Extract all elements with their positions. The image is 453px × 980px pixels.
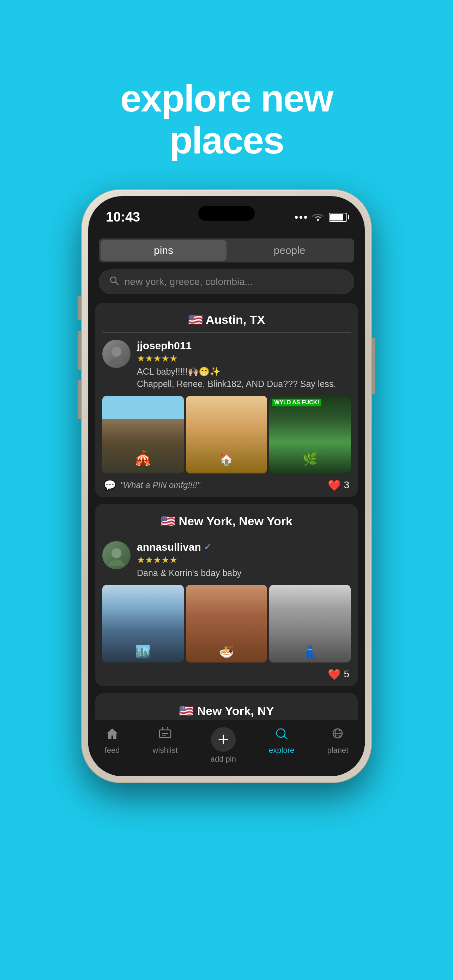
explore-icon — [275, 727, 289, 743]
photo-ny-3 — [269, 585, 351, 662]
comment-row-austin: 💬 "What a PIN omfg!!!!" — [104, 479, 200, 491]
side-button-vol-up — [78, 331, 82, 370]
search-icon — [109, 275, 119, 288]
dynamic-island — [198, 206, 255, 221]
phone-screen: 10:43 — [88, 196, 365, 776]
nav-explore-label: explore — [269, 746, 294, 755]
avatar-ny — [102, 541, 130, 570]
svg-point-3 — [109, 358, 124, 364]
nav-feed-label: feed — [105, 746, 120, 755]
nav-add-pin-label: add pin — [211, 754, 236, 764]
side-button-vol-down — [78, 380, 82, 419]
photo-grid-austin: WYLD AS FUCK! — [95, 396, 358, 473]
svg-line-12 — [284, 736, 287, 739]
card-newyork-footer: ❤️ 5 — [95, 662, 358, 681]
headline-line1: explore new — [120, 77, 333, 119]
svg-point-5 — [109, 560, 124, 566]
nav-explore[interactable]: explore — [269, 727, 294, 755]
stars-ny: ★★★★★ — [137, 555, 351, 565]
photo-ny-2 — [186, 585, 267, 662]
feed-scroll[interactable]: 🇺🇸 Austin, TX — [88, 303, 365, 735]
card-austin-footer: 💬 "What a PIN omfg!!!!" ❤️ 3 — [95, 473, 358, 492]
user-info-ny: annasullivan ✓ ★★★★★ Dana & Korrin's bda… — [137, 541, 351, 579]
caption-austin-2: Chappell, Renee, Blink182, AND Dua??? Sa… — [137, 378, 351, 390]
battery-icon — [329, 213, 347, 222]
photo-label: WYLD AS FUCK! — [272, 399, 321, 406]
nav-planet[interactable]: planet — [327, 727, 348, 755]
home-icon — [105, 727, 119, 743]
comment-bubble-icon: 💬 — [104, 479, 116, 491]
like-row-ny[interactable]: ❤️ 5 — [328, 668, 349, 681]
svg-point-4 — [111, 548, 121, 558]
card-newyork-user-row: annasullivan ✓ ★★★★★ Dana & Korrin's bda… — [95, 541, 358, 585]
card-austin-user-row: jjoseph011 ★★★★★ ACL baby!!!!!🙌🏼😁✨ Chapp… — [95, 340, 358, 396]
nav-add-pin[interactable]: add pin — [211, 727, 236, 764]
heart-icon-austin: ❤️ — [328, 479, 341, 492]
headline-line2: places — [169, 119, 284, 162]
search-bar[interactable]: new york, greece, colombia... — [99, 269, 354, 294]
caption-austin-1: ACL baby!!!!!🙌🏼😁✨ — [137, 366, 351, 378]
tabs-container: pins people — [99, 239, 354, 262]
nav-wishlist[interactable]: wishlist — [153, 727, 178, 755]
tab-pins[interactable]: pins — [100, 240, 227, 261]
card-divider-ny — [102, 534, 351, 534]
verified-badge: ✓ — [204, 542, 211, 552]
add-pin-button[interactable] — [211, 727, 236, 752]
app-content: pins people new york, greece, colombia. — [88, 231, 365, 776]
nav-wishlist-label: wishlist — [153, 746, 178, 755]
username-ny: annasullivan ✓ — [137, 541, 351, 553]
user-info-austin: jjoseph011 ★★★★★ ACL baby!!!!!🙌🏼😁✨ Chapp… — [137, 340, 351, 390]
heart-icon-ny: ❤️ — [328, 668, 341, 681]
wishlist-icon — [158, 727, 172, 743]
status-time: 10:43 — [106, 210, 140, 225]
stars-austin: ★★★★★ — [137, 353, 351, 364]
card-newyork: 🇺🇸 New York, New York — [95, 504, 358, 686]
side-button-power — [371, 338, 375, 395]
photo-austin-3: WYLD AS FUCK! — [269, 396, 351, 473]
side-button-mute — [78, 296, 82, 320]
signal-icon — [295, 216, 307, 219]
like-row-austin[interactable]: ❤️ 3 — [328, 479, 349, 492]
card-austin: 🇺🇸 Austin, TX — [95, 303, 358, 497]
headline: explore new places — [120, 39, 333, 162]
photo-ny-1 — [102, 585, 184, 662]
phone-shell: 10:43 — [82, 190, 371, 783]
planet-icon — [331, 727, 345, 743]
nav-feed[interactable]: feed — [105, 727, 120, 755]
card-austin-location: 🇺🇸 Austin, TX — [95, 303, 358, 332]
photo-austin-1 — [102, 396, 184, 473]
tab-people[interactable]: people — [227, 240, 353, 261]
avatar-austin — [102, 340, 130, 368]
phone-mockup: 10:43 — [82, 190, 371, 783]
photo-austin-2 — [186, 396, 267, 473]
caption-ny-1: Dana & Korrin's bday baby — [137, 567, 351, 579]
like-count-ny: 5 — [343, 668, 349, 680]
search-placeholder: new york, greece, colombia... — [124, 276, 253, 288]
username-austin: jjoseph011 — [137, 340, 351, 352]
comment-text-austin: "What a PIN omfg!!!!" — [120, 480, 200, 490]
bottom-nav: feed wishlist — [88, 720, 365, 776]
wifi-icon — [312, 211, 324, 224]
status-icons — [295, 211, 347, 224]
like-count-austin: 3 — [343, 479, 349, 491]
card-partial-location: 🇺🇸 New York, NY — [179, 704, 274, 718]
photo-grid-ny — [95, 585, 358, 662]
svg-line-1 — [115, 282, 118, 285]
card-newyork-location: 🇺🇸 New York, New York — [95, 504, 358, 534]
svg-point-2 — [111, 347, 121, 356]
nav-planet-label: planet — [327, 746, 348, 755]
